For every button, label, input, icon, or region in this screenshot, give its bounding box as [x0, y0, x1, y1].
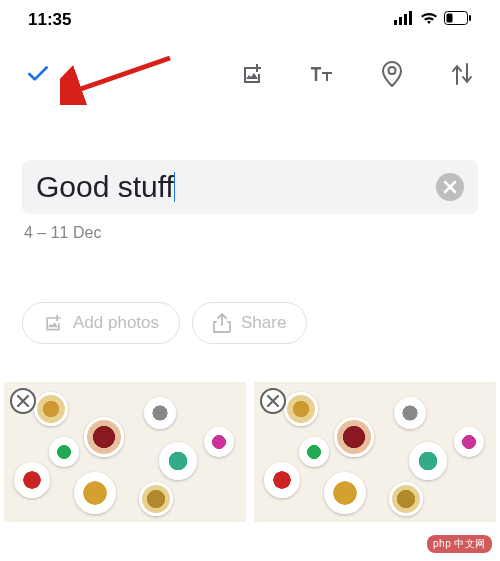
battery-low-icon	[444, 10, 472, 30]
svg-rect-2	[404, 14, 407, 25]
watermark: php 中文网	[427, 535, 492, 553]
wifi-icon	[420, 10, 438, 30]
add-photos-button[interactable]: Add photos	[22, 302, 180, 344]
close-icon	[17, 395, 29, 407]
share-label: Share	[241, 313, 286, 333]
close-icon	[443, 180, 457, 194]
signal-icon	[394, 10, 414, 30]
status-time: 11:35	[28, 10, 71, 30]
add-image-icon	[43, 313, 63, 333]
close-icon	[267, 395, 279, 407]
title-section: Good stuff 4 – 11 Dec	[0, 160, 500, 242]
photo-item[interactable]	[254, 382, 496, 522]
share-button[interactable]: Share	[192, 302, 307, 344]
svg-rect-1	[399, 17, 402, 25]
remove-photo-button[interactable]	[260, 388, 286, 414]
toolbar	[0, 52, 500, 96]
photo-item[interactable]	[4, 382, 246, 522]
text-style-icon	[309, 62, 335, 86]
svg-rect-3	[409, 11, 412, 25]
svg-rect-0	[394, 20, 397, 25]
svg-rect-5	[447, 14, 453, 23]
status-bar: 11:35	[0, 0, 500, 36]
status-indicators	[394, 10, 472, 30]
check-icon	[25, 61, 51, 87]
add-image-icon	[240, 62, 264, 86]
title-input-wrap[interactable]: Good stuff	[22, 160, 478, 214]
photo-grid	[0, 382, 500, 522]
clear-title-button[interactable]	[436, 173, 464, 201]
add-image-button[interactable]	[238, 60, 266, 88]
share-icon	[213, 313, 231, 333]
date-range: 4 – 11 Dec	[24, 224, 478, 242]
location-pin-icon	[381, 61, 403, 87]
svg-rect-6	[469, 15, 471, 21]
sort-button[interactable]	[448, 60, 476, 88]
action-row: Add photos Share	[0, 302, 500, 344]
remove-photo-button[interactable]	[10, 388, 36, 414]
confirm-button[interactable]	[24, 60, 52, 88]
location-button[interactable]	[378, 60, 406, 88]
text-style-button[interactable]	[308, 60, 336, 88]
add-photos-label: Add photos	[73, 313, 159, 333]
sort-arrows-icon	[451, 62, 473, 86]
title-input[interactable]: Good stuff	[36, 170, 174, 204]
